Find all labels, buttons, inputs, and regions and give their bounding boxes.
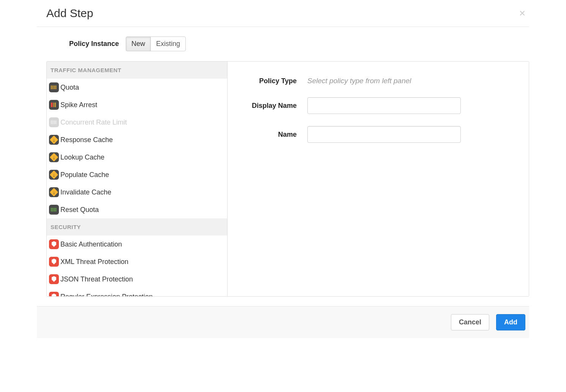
policy-icon	[49, 135, 59, 145]
row-name: Name	[239, 126, 517, 143]
policy-icon	[49, 205, 59, 215]
policy-instance-row: Policy Instance New Existing	[69, 36, 529, 51]
category-header: TRAFFIC MANAGEMENT	[47, 62, 227, 79]
policy-item-label: Basic Authentication	[60, 240, 122, 248]
policy-icon	[49, 257, 59, 267]
label-name: Name	[239, 131, 307, 139]
policy-item-label: JSON Threat Protection	[60, 275, 133, 283]
policy-item-label: Spike Arrest	[60, 101, 97, 109]
policy-item[interactable]: XML Threat Protection	[47, 253, 227, 270]
row-display-name: Display Name	[239, 97, 517, 114]
policy-icon	[49, 187, 59, 197]
add-button[interactable]: Add	[496, 314, 525, 330]
policy-item[interactable]: Reset Quota	[47, 201, 227, 218]
policy-item-label: Response Cache	[60, 136, 113, 144]
add-step-modal: Add Step × Policy Instance New Existing …	[37, 0, 529, 338]
modal-footer: Cancel Add	[37, 306, 529, 338]
category-header: SECURITY	[47, 218, 227, 236]
cancel-button[interactable]: Cancel	[451, 314, 489, 330]
policy-item[interactable]: Regular Expression Protection	[47, 288, 227, 296]
policy-list-pane[interactable]: TRAFFIC MANAGEMENTQuotaSpike ArrestConcu…	[47, 62, 228, 296]
policy-item-label: Invalidate Cache	[60, 188, 111, 196]
policy-icon	[49, 170, 59, 180]
modal-title: Add Step	[46, 7, 93, 20]
label-policy-type: Policy Type	[239, 77, 307, 85]
policy-item-label: Regular Expression Protection	[60, 293, 153, 297]
policy-item[interactable]: Invalidate Cache	[47, 183, 227, 201]
policy-icon	[49, 117, 59, 127]
policy-icon	[49, 152, 59, 162]
policy-item-label: Lookup Cache	[60, 153, 104, 161]
policy-type-placeholder: Select policy type from left panel	[307, 77, 411, 85]
tab-new[interactable]: New	[126, 36, 151, 51]
policy-item-label: Concurrent Rate Limit	[60, 119, 127, 126]
policy-icon	[49, 274, 59, 284]
policy-item[interactable]: Populate Cache	[47, 166, 227, 183]
tab-existing[interactable]: Existing	[150, 36, 186, 51]
row-policy-type: Policy Type Select policy type from left…	[239, 77, 517, 85]
policy-item[interactable]: Basic Authentication	[47, 236, 227, 253]
policy-item-label: XML Threat Protection	[60, 258, 128, 266]
policy-instance-toggle: New Existing	[126, 36, 186, 51]
policy-icon	[49, 100, 59, 110]
modal-header: Add Step ×	[37, 0, 529, 27]
policy-item[interactable]: Response Cache	[47, 131, 227, 149]
policy-icon	[49, 82, 59, 92]
display-name-input[interactable]	[307, 97, 461, 114]
policy-item: Concurrent Rate Limit	[47, 114, 227, 131]
policy-form-pane: Policy Type Select policy type from left…	[228, 62, 529, 296]
policy-item[interactable]: Spike Arrest	[47, 96, 227, 114]
label-display-name: Display Name	[239, 102, 307, 110]
close-icon[interactable]: ×	[515, 8, 529, 19]
policy-icon	[49, 292, 59, 296]
policy-item-label: Populate Cache	[60, 171, 109, 179]
content-panes: TRAFFIC MANAGEMENTQuotaSpike ArrestConcu…	[46, 61, 529, 297]
policy-instance-label: Policy Instance	[69, 40, 119, 48]
modal-body: Policy Instance New Existing TRAFFIC MAN…	[37, 27, 529, 306]
policy-item-label: Reset Quota	[60, 206, 99, 214]
policy-item-label: Quota	[60, 84, 79, 92]
policy-icon	[49, 239, 59, 249]
policy-item[interactable]: Lookup Cache	[47, 149, 227, 166]
policy-item[interactable]: Quota	[47, 79, 227, 96]
policy-item[interactable]: JSON Threat Protection	[47, 270, 227, 288]
name-input[interactable]	[307, 126, 461, 143]
